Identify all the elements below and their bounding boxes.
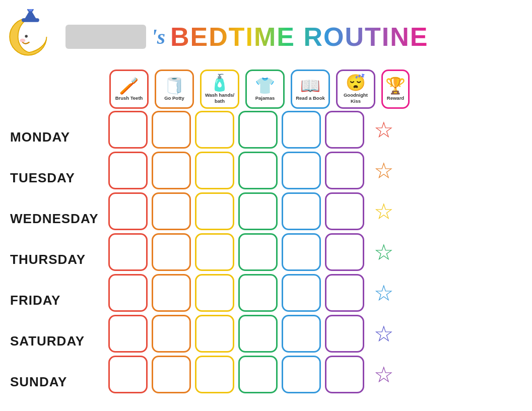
wash-hands-label: Wash hands/bath [205,92,234,104]
pajamas-emoji: 👕 [255,78,275,94]
row-saturday: ☆ [108,315,522,353]
col-icon-pajamas: 👕 Pajamas [245,70,285,109]
star-wednesday: ☆ [368,192,398,230]
checkbox-thursday-read[interactable] [282,233,321,271]
grid-area: 🪥 Brush Teeth 🧻 Go Potty 🧴 Wash hands/b [108,70,522,406]
col-icon-brush-teeth: 🪥 Brush Teeth [109,70,149,109]
checkbox-saturday-read[interactable] [282,315,321,353]
star-thursday-icon: ☆ [374,241,393,263]
checkbox-sunday-brush[interactable] [108,356,148,393]
col-header-pajamas: 👕 Pajamas [244,70,286,109]
data-rows: ☆ ☆ [108,111,522,393]
checkbox-wednesday-brush[interactable] [108,192,148,230]
star-monday: ☆ [368,111,398,149]
svg-point-5 [25,35,28,38]
moon-icon [5,9,60,64]
checkbox-friday-brush[interactable] [108,274,148,312]
star-friday: ☆ [368,274,398,312]
checkbox-sunday-wash[interactable] [195,356,234,393]
checkbox-sunday-pajamas[interactable] [238,356,278,393]
days-column: Monday Tuesday Wednesday Thursday Friday… [10,70,108,406]
day-label-sunday: Sunday [10,374,77,390]
row-tuesday: ☆ [108,152,522,189]
row-wednesday: ☆ [108,192,522,230]
col-header-goodnight: 😴 GoodnightKiss [335,70,376,109]
goodnight-emoji: 😴 [346,75,366,91]
checkbox-friday-wash[interactable] [195,274,234,312]
day-label-saturday: Saturday [10,333,95,349]
checkbox-tuesday-goodnight[interactable] [325,152,364,189]
checkbox-tuesday-brush[interactable] [108,152,148,189]
checkbox-thursday-potty[interactable] [152,233,191,271]
checkbox-monday-goodnight[interactable] [325,111,364,149]
day-row-friday: Friday [10,282,108,319]
checkbox-saturday-brush[interactable] [108,315,148,353]
checkbox-wednesday-wash[interactable] [195,192,234,230]
checkbox-monday-potty[interactable] [152,111,191,149]
star-saturday: ☆ [368,315,398,353]
checkbox-sunday-potty[interactable] [152,356,191,393]
day-label-friday: Friday [10,293,71,308]
star-wednesday-icon: ☆ [374,200,393,223]
checkbox-tuesday-potty[interactable] [152,152,191,189]
checkbox-thursday-pajamas[interactable] [238,233,278,271]
day-row-tuesday: Tuesday [10,159,108,197]
star-sunday-icon: ☆ [374,364,393,386]
checkbox-tuesday-pajamas[interactable] [238,152,278,189]
checkbox-saturday-goodnight[interactable] [325,315,364,353]
day-row-saturday: Saturday [10,322,108,360]
col-icon-wash-hands: 🧴 Wash hands/bath [200,70,239,109]
checkbox-saturday-wash[interactable] [195,315,234,353]
col-header-go-potty: 🧻 Go Potty [154,70,195,109]
checkbox-friday-potty[interactable] [152,274,191,312]
checkbox-tuesday-read[interactable] [282,152,321,189]
col-header-reward: 🏆 Reward [380,70,411,109]
checkbox-saturday-pajamas[interactable] [238,315,278,353]
go-potty-label: Go Potty [164,95,184,101]
day-row-sunday: Sunday [10,363,108,401]
day-label-tuesday: Tuesday [10,170,85,186]
svg-rect-1 [22,18,39,22]
reward-emoji: 🏆 [385,78,406,94]
checkbox-monday-read[interactable] [282,111,321,149]
col-header-brush-teeth: 🪥 Brush Teeth [108,70,150,109]
checkbox-wednesday-read[interactable] [282,192,321,230]
checkbox-wednesday-goodnight[interactable] [325,192,364,230]
checkbox-sunday-goodnight[interactable] [325,356,364,393]
day-row-wednesday: Wednesday [10,200,108,238]
name-blank[interactable] [65,25,146,49]
checkbox-monday-wash[interactable] [195,111,234,149]
main-content: Monday Tuesday Wednesday Thursday Friday… [0,64,532,411]
checkbox-thursday-goodnight[interactable] [325,233,364,271]
day-row-monday: Monday [10,118,108,156]
days-list: Monday Tuesday Wednesday Thursday Friday… [10,118,108,401]
star-saturday-icon: ☆ [374,323,393,345]
read-book-label: Read a Book [296,95,325,101]
checkbox-thursday-brush[interactable] [108,233,148,271]
checkbox-wednesday-potty[interactable] [152,192,191,230]
checkbox-monday-pajamas[interactable] [238,111,278,149]
col-icon-goodnight: 😴 GoodnightKiss [336,70,375,109]
checkbox-sunday-read[interactable] [282,356,321,393]
go-potty-emoji: 🧻 [164,78,184,94]
col-icon-read-book: 📖 Read a Book [291,70,330,109]
checkbox-friday-goodnight[interactable] [325,274,364,312]
day-row-thursday: Thursday [10,241,108,279]
row-monday: ☆ [108,111,522,149]
title-area: 's Bedtime Routine [65,22,517,52]
checkbox-friday-pajamas[interactable] [238,274,278,312]
checkbox-friday-read[interactable] [282,274,321,312]
day-label-thursday: Thursday [10,252,96,267]
col-icon-go-potty: 🧻 Go Potty [155,70,194,109]
checkbox-wednesday-pajamas[interactable] [238,192,278,230]
checkbox-thursday-wash[interactable] [195,233,234,271]
col-header-read-book: 📖 Read a Book [290,70,331,109]
goodnight-label: GoodnightKiss [344,92,368,104]
star-sunday: ☆ [368,356,398,393]
header: 's Bedtime Routine [0,0,532,64]
checkbox-tuesday-wash[interactable] [195,152,234,189]
day-label-monday: Monday [10,129,80,145]
checkbox-saturday-potty[interactable] [152,315,191,353]
checkbox-monday-brush[interactable] [108,111,148,149]
read-book-emoji: 📖 [300,78,320,94]
